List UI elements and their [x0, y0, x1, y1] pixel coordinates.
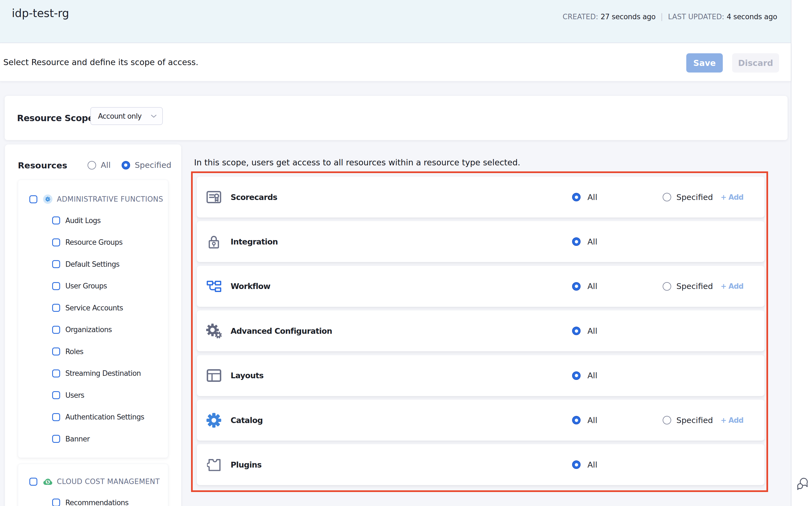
- item-checkbox[interactable]: [52, 369, 60, 377]
- resource-group-card: ADMINISTRATIVE FUNCTIONSAudit LogsResour…: [18, 180, 168, 458]
- resource-item-label: Service Accounts: [65, 304, 123, 312]
- resource-type-row-plugins: PluginsAll: [197, 444, 765, 485]
- puzzle-icon: [207, 458, 221, 472]
- meta-separator: |: [661, 12, 663, 21]
- resource-item-users[interactable]: Users: [18, 384, 168, 406]
- action-bar: Select Resource and define its scope of …: [0, 43, 791, 81]
- all-option-label: All: [588, 416, 597, 425]
- radio-all[interactable]: [572, 282, 581, 290]
- resource-item-label: Organizations: [65, 326, 112, 334]
- resource-type-label: Plugins: [230, 460, 262, 469]
- resource-scope-select[interactable]: Account only: [90, 107, 163, 125]
- gears-icon: [206, 324, 222, 338]
- resource-type-row-layouts: LayoutsAll: [197, 355, 765, 396]
- all-option-label: All: [588, 281, 597, 291]
- all-option-label: All: [588, 192, 597, 202]
- radio-all[interactable]: [572, 460, 581, 469]
- resource-item-resource-groups[interactable]: Resource Groups: [18, 232, 168, 254]
- resources-mode-label: All: [101, 160, 111, 170]
- resource-item-roles[interactable]: Roles: [18, 341, 168, 363]
- resource-item-label: Audit Logs: [65, 217, 100, 225]
- item-checkbox[interactable]: [52, 435, 60, 443]
- resource-item-label: Users: [65, 391, 84, 400]
- resource-item-label: Banner: [65, 435, 90, 443]
- item-checkbox[interactable]: [52, 413, 60, 421]
- all-option-label: All: [588, 460, 597, 470]
- group-header: ADMINISTRATIVE FUNCTIONS: [18, 194, 168, 205]
- cloud-dollar-icon: $: [43, 477, 53, 486]
- group-name: CLOUD COST MANAGEMENT: [57, 478, 160, 486]
- radio-specified[interactable]: [663, 416, 671, 424]
- specified-option-label: Specified: [677, 416, 713, 425]
- radio-specified[interactable]: [663, 193, 671, 201]
- page-header: idp-test-rg CREATED:27 seconds ago|LAST …: [0, 0, 791, 43]
- resources-mode-group: AllSpecified: [88, 160, 171, 170]
- add-link[interactable]: + Add: [721, 416, 743, 424]
- item-checkbox[interactable]: [52, 217, 60, 225]
- resource-type-label: Integration: [230, 237, 278, 246]
- resources-title: Resources: [18, 160, 67, 170]
- resource-item-label: Resource Groups: [65, 238, 122, 246]
- resource-item-label: Recommendations: [65, 499, 128, 506]
- resource-item-service-accounts[interactable]: Service Accounts: [18, 297, 168, 319]
- radio-specified[interactable]: [663, 282, 671, 290]
- resource-type-label: Scorecards: [230, 192, 277, 202]
- add-link[interactable]: + Add: [721, 193, 743, 201]
- add-link[interactable]: + Add: [721, 282, 743, 290]
- chevron-down-icon: [151, 114, 157, 118]
- group-header: $ CLOUD COST MANAGEMENT: [18, 476, 168, 487]
- resource-type-label: Workflow: [230, 282, 271, 291]
- resource-item-label: Authentication Settings: [65, 413, 144, 421]
- radio-all[interactable]: [572, 327, 581, 335]
- resource-type-row-scorecards: ScorecardsAllSpecified+ Add: [197, 177, 765, 218]
- resource-scope-value: Account only: [98, 112, 142, 120]
- item-checkbox[interactable]: [52, 260, 60, 268]
- resource-item-default-settings[interactable]: Default Settings: [18, 253, 168, 275]
- radio-all[interactable]: [572, 416, 581, 424]
- created-value: 27 seconds ago: [601, 13, 655, 21]
- resources-mode-all[interactable]: All: [88, 160, 111, 170]
- resource-item-label: User Groups: [65, 282, 107, 290]
- resource-item-streaming-destination[interactable]: Streaming Destination: [18, 363, 168, 385]
- meta-info: CREATED:27 seconds ago|LAST UPDATED:4 se…: [563, 12, 777, 21]
- resources-mode-specified[interactable]: Specified: [122, 160, 171, 170]
- item-checkbox[interactable]: [52, 326, 60, 334]
- group-name: ADMINISTRATIVE FUNCTIONS: [57, 195, 163, 203]
- lock-icon: [209, 235, 219, 249]
- resource-item-label: Streaming Destination: [65, 369, 141, 377]
- resource-item-audit-logs[interactable]: Audit Logs: [18, 209, 168, 232]
- layout-icon: [207, 369, 221, 382]
- resource-item-user-groups[interactable]: User Groups: [18, 275, 168, 297]
- radio-all[interactable]: [88, 161, 96, 169]
- page-title: idp-test-rg: [12, 7, 69, 19]
- item-checkbox[interactable]: [52, 499, 60, 506]
- gear-solid-icon: [206, 413, 221, 428]
- item-checkbox[interactable]: [52, 304, 60, 312]
- specified-option-label: Specified: [677, 192, 713, 202]
- resource-item-label: Roles: [65, 347, 84, 356]
- radio-all[interactable]: [572, 371, 581, 380]
- radio-specified[interactable]: [122, 161, 130, 169]
- instruction-text: Select Resource and define its scope of …: [3, 58, 198, 67]
- group-checkbox[interactable]: [29, 478, 37, 486]
- item-checkbox[interactable]: [52, 347, 60, 355]
- all-option-label: All: [588, 326, 597, 336]
- radio-all[interactable]: [572, 237, 581, 246]
- resource-type-label: Layouts: [230, 371, 264, 380]
- radio-all[interactable]: [572, 193, 581, 201]
- scope-description: In this scope, users get access to all r…: [194, 158, 520, 167]
- item-checkbox[interactable]: [52, 238, 60, 246]
- chat-bubbles-icon[interactable]: [797, 478, 809, 490]
- save-button[interactable]: Save: [686, 53, 723, 73]
- gear-badge-icon: [43, 194, 53, 204]
- resource-item-banner[interactable]: Banner: [18, 428, 168, 450]
- resource-item-organizations[interactable]: Organizations: [18, 319, 168, 341]
- item-checkbox[interactable]: [52, 391, 60, 399]
- discard-button[interactable]: Discard: [732, 53, 779, 73]
- certificate-icon: [206, 191, 221, 203]
- resource-item-authentication-settings[interactable]: Authentication Settings: [18, 406, 168, 428]
- resource-type-row-catalog: CatalogAllSpecified+ Add: [197, 400, 765, 441]
- item-checkbox[interactable]: [52, 282, 60, 290]
- resource-item-recommendations[interactable]: Recommendations: [18, 492, 168, 506]
- group-checkbox[interactable]: [29, 195, 37, 203]
